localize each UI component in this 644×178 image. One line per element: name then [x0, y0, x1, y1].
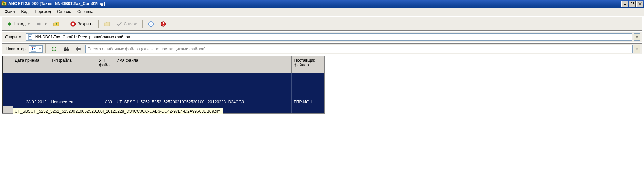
col-header-supplier[interactable]: Поставщик файлов: [292, 56, 324, 73]
menubar: Файл Вид Переход Сервис Справка: [0, 8, 644, 16]
binoculars-icon: [63, 46, 69, 52]
table-row[interactable]: 28.02.2012 Неизвестен 889 UT_SBSCH_5252_…: [3, 73, 324, 106]
view-dropdown-icon[interactable]: ▼: [39, 48, 41, 51]
document-icon: [28, 34, 33, 40]
printer-icon: [76, 46, 82, 52]
grid-view-icon: [30, 46, 37, 52]
close-button[interactable]: [636, 1, 643, 7]
filename-tooltip: UT_SBSCH_5252_5252_525200210052520100l_2…: [13, 108, 223, 114]
open-folder-button[interactable]: [101, 20, 112, 28]
toolbar-separator: [98, 20, 99, 28]
app-icon: [1, 1, 7, 7]
view-select-button[interactable]: ▼: [29, 45, 43, 53]
svg-rect-17: [29, 36, 31, 37]
up-folder-button[interactable]: [51, 20, 62, 28]
svg-point-2: [3, 3, 5, 5]
svg-rect-22: [32, 48, 33, 49]
back-label: Назад: [14, 22, 25, 26]
address-bar: Открыто: NN-DB01\Tax_Cam01: Реестр ошибо…: [2, 32, 642, 42]
svg-rect-23: [32, 49, 33, 50]
data-grid: Дата приема Тип файла УН файла Имя файла…: [2, 56, 325, 114]
svg-rect-28: [66, 48, 67, 48]
window-buttons: [621, 1, 643, 7]
cell-date: 28.02.2012: [15, 100, 47, 106]
navigator-label: Навигатор: [4, 47, 28, 51]
print-button[interactable]: [73, 44, 84, 53]
cell-type: Неизвестен: [51, 100, 95, 106]
refresh-icon: [51, 46, 57, 52]
lists-label: Списки: [124, 22, 137, 26]
navigator-bar: Навигатор ▼: [2, 43, 642, 54]
svg-rect-7: [37, 23, 39, 25]
window-title: АИС КП 2.5.000 [Taxes: NN-DB01\Tax_Cam01…: [8, 1, 621, 6]
folder-open-icon: [104, 21, 110, 27]
svg-point-25: [66, 48, 69, 51]
check-icon: [116, 21, 122, 27]
close-tab-button[interactable]: Закрыть: [68, 20, 96, 28]
find-button[interactable]: [61, 44, 72, 53]
address-label: Открыто:: [4, 35, 24, 39]
svg-rect-11: [151, 24, 151, 25]
svg-point-10: [151, 22, 152, 23]
close-label: Закрыть: [78, 22, 93, 26]
svg-rect-18: [29, 37, 31, 37]
svg-rect-27: [67, 47, 68, 49]
restore-button[interactable]: [629, 1, 636, 7]
row-selector[interactable]: [3, 73, 13, 106]
filter-placeholder: Реестр ошибочных файлов (отказано постав…: [88, 47, 206, 51]
svg-rect-5: [631, 3, 633, 5]
svg-rect-30: [77, 47, 80, 49]
forward-button[interactable]: ▼: [34, 20, 50, 28]
toolbar-separator: [142, 20, 143, 28]
info-icon: [148, 21, 154, 27]
svg-rect-1: [2, 1, 4, 2]
info-button[interactable]: [146, 20, 156, 28]
cell-supplier: ГПР-ИОН: [294, 100, 321, 106]
filter-dropdown-button[interactable]: ▼: [634, 45, 640, 53]
alert-icon: [160, 21, 166, 27]
col-header-un[interactable]: УН файла: [97, 56, 114, 73]
svg-rect-19: [29, 38, 31, 38]
svg-point-14: [163, 25, 164, 26]
menu-file[interactable]: Файл: [2, 9, 18, 15]
address-dropdown-button[interactable]: ▼: [634, 33, 640, 41]
back-arrow-icon: [6, 21, 12, 27]
svg-rect-3: [624, 4, 626, 5]
col-header-name[interactable]: Имя файла: [114, 56, 291, 73]
row-selector-header[interactable]: [3, 56, 13, 73]
back-dropdown-icon[interactable]: ▼: [27, 23, 30, 26]
refresh-button[interactable]: [49, 44, 59, 53]
menu-view[interactable]: Вид: [18, 9, 31, 15]
col-header-date[interactable]: Дата приема: [13, 56, 49, 73]
toolbar-separator: [65, 20, 65, 28]
svg-rect-6: [9, 23, 11, 25]
menu-service[interactable]: Сервис: [54, 9, 74, 15]
address-field[interactable]: NN-DB01\Tax_Cam01: Реестр ошибочных файл…: [26, 33, 632, 41]
svg-rect-26: [64, 47, 66, 49]
minimize-button[interactable]: [621, 1, 628, 7]
close-circle-icon: [70, 21, 76, 27]
col-header-type[interactable]: Тип файла: [49, 56, 97, 73]
filter-combobox[interactable]: Реестр ошибочных файлов (отказано постав…: [85, 45, 633, 53]
lists-button[interactable]: Списки: [114, 20, 140, 28]
alert-button[interactable]: [158, 20, 169, 28]
window-titlebar: АИС КП 2.5.000 [Taxes: NN-DB01\Tax_Cam01…: [0, 0, 644, 8]
forward-arrow-icon: [36, 21, 42, 27]
cell-un: 889: [99, 100, 112, 106]
address-text: NN-DB01\Tax_Cam01: Реестр ошибочных файл…: [35, 35, 130, 39]
cell-name: UT_SBSCH_5252_5252_525200210052520100l_2…: [117, 100, 289, 106]
svg-rect-16: [29, 36, 31, 36]
grid-header-row: Дата приема Тип файла УН файла Имя файла…: [3, 56, 324, 73]
svg-rect-21: [32, 47, 33, 48]
svg-rect-13: [163, 22, 164, 24]
back-button[interactable]: Назад ▼: [4, 20, 32, 28]
forward-dropdown-icon[interactable]: ▼: [44, 23, 47, 26]
svg-point-24: [64, 48, 66, 51]
folder-up-icon: [53, 21, 59, 27]
svg-rect-31: [77, 50, 80, 51]
menu-help[interactable]: Справка: [74, 9, 96, 15]
toolbar-separator: [45, 44, 46, 53]
main-toolbar: Назад ▼ ▼ Закрыть: [2, 17, 642, 31]
menu-goto[interactable]: Переход: [32, 9, 54, 15]
